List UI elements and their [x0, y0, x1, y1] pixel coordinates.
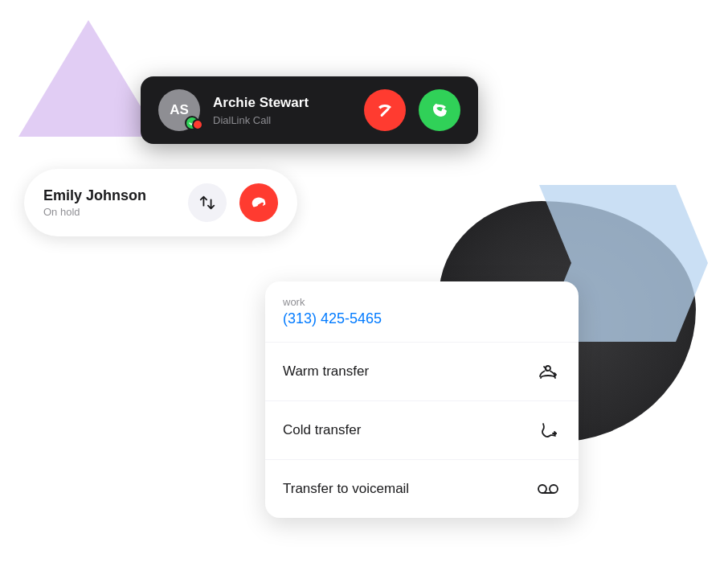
voicemail-transfer-option[interactable]: Transfer to voicemail	[265, 460, 579, 518]
warm-transfer-icon	[535, 359, 561, 384]
main-scene: AS Archie Stewart DialLink Call	[0, 0, 728, 579]
svg-marker-0	[18, 20, 159, 137]
phone-number: (313) 425-5465	[283, 310, 561, 327]
onhold-caller-name: Emily Johnson	[43, 187, 175, 204]
transfer-panel: work (313) 425-5465 Warm transfer Cold t…	[265, 281, 579, 518]
swap-button[interactable]	[188, 183, 227, 222]
decline-button[interactable]	[364, 89, 406, 131]
svg-point-5	[538, 485, 546, 493]
avatar-initials: AS	[170, 102, 189, 118]
status-badge-red	[192, 119, 203, 130]
onhold-info: Emily Johnson On hold	[43, 187, 175, 218]
end-call-button[interactable]	[239, 183, 278, 222]
onhold-status: On hold	[43, 206, 175, 218]
avatar: AS	[158, 89, 200, 131]
cold-transfer-option[interactable]: Cold transfer	[265, 401, 579, 460]
caller-info: Archie Stewart DialLink Call	[213, 94, 351, 125]
caller-name: Archie Stewart	[213, 94, 351, 112]
phone-number-section: work (313) 425-5465	[265, 281, 579, 343]
call-source: DialLink Call	[213, 114, 351, 126]
svg-rect-2	[380, 107, 390, 117]
cold-transfer-label: Cold transfer	[283, 422, 361, 438]
accept-button[interactable]	[419, 89, 460, 131]
cold-transfer-icon	[535, 417, 561, 443]
voicemail-transfer-label: Transfer to voicemail	[283, 481, 409, 497]
on-hold-card: Emily Johnson On hold	[24, 169, 297, 236]
incoming-call-notification: AS Archie Stewart DialLink Call	[141, 76, 478, 144]
warm-transfer-option[interactable]: Warm transfer	[265, 343, 579, 401]
warm-transfer-label: Warm transfer	[283, 363, 369, 380]
phone-type-label: work	[283, 296, 561, 308]
svg-point-6	[550, 485, 558, 493]
voicemail-icon	[535, 476, 561, 502]
